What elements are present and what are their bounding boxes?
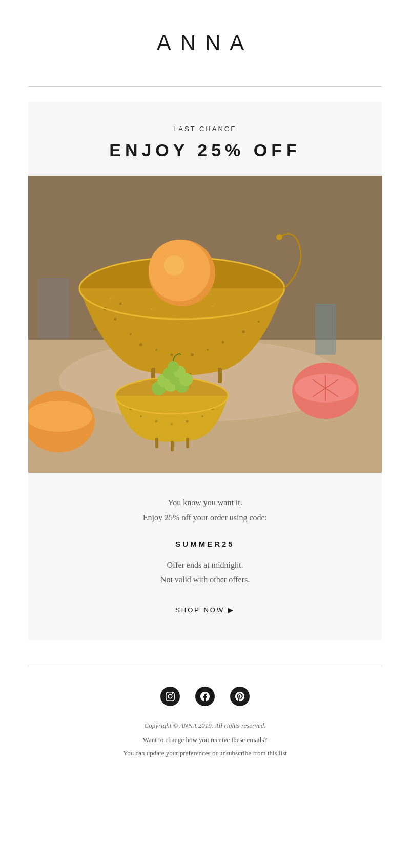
logo: ANNA <box>20 31 389 55</box>
header: ANNA <box>0 0 410 71</box>
svg-rect-36 <box>218 368 222 383</box>
update-preferences-link[interactable]: update your preferences <box>147 749 211 757</box>
svg-rect-55 <box>155 438 158 448</box>
promo-code-value: SUMMER25 <box>175 540 234 548</box>
offer-line2: Not valid with other offers. <box>59 573 351 587</box>
footer-links: You can update your preferences or unsub… <box>20 749 389 757</box>
footer-copyright: Copyright © ANNA 2019. All rights reserv… <box>20 722 389 730</box>
body-line1: You know you want it. <box>59 496 351 511</box>
svg-point-40 <box>155 420 158 423</box>
svg-point-20 <box>207 349 209 351</box>
svg-point-43 <box>201 415 203 417</box>
svg-point-33 <box>164 255 184 276</box>
svg-point-17 <box>155 349 157 351</box>
offer-text: Offer ends at midnight. Not valid with o… <box>28 558 382 588</box>
shop-now-button[interactable]: SHOP NOW ▶ <box>28 605 382 615</box>
main-card: LAST CHANCE ENJOY 25% OFF <box>28 102 382 640</box>
hero-image <box>28 176 382 473</box>
svg-point-12 <box>114 318 117 321</box>
svg-point-13 <box>93 328 96 331</box>
footer-links-connector: or <box>212 749 219 757</box>
svg-point-25 <box>109 298 111 300</box>
svg-point-41 <box>171 423 173 425</box>
svg-point-22 <box>242 330 245 333</box>
svg-point-58 <box>276 234 282 240</box>
svg-point-4 <box>28 401 92 432</box>
svg-point-28 <box>212 305 214 307</box>
svg-rect-59 <box>315 304 336 355</box>
svg-point-19 <box>191 353 194 356</box>
pinterest-icon[interactable] <box>230 687 250 706</box>
shop-now-link[interactable]: SHOP NOW ▶ <box>175 606 235 614</box>
body-text: You know you want it. Enjoy 25% off your… <box>28 473 382 531</box>
svg-rect-56 <box>171 441 174 451</box>
footer-links-prefix: You can <box>123 749 145 757</box>
svg-point-14 <box>130 333 132 335</box>
svg-point-23 <box>258 321 260 323</box>
svg-point-42 <box>186 420 189 423</box>
svg-rect-57 <box>186 438 189 448</box>
footer: Copyright © ANNA 2019. All rights reserv… <box>0 666 410 783</box>
badge-text: LAST CHANCE <box>28 102 382 140</box>
header-divider <box>28 86 382 87</box>
svg-point-15 <box>119 303 122 305</box>
offer-line1: Offer ends at midnight. <box>59 558 351 573</box>
email-wrapper: ANNA LAST CHANCE ENJOY 25% OFF <box>0 0 410 783</box>
svg-point-18 <box>171 354 173 356</box>
svg-rect-60 <box>38 278 69 340</box>
facebook-icon[interactable] <box>195 687 215 706</box>
promo-code: SUMMER25 <box>28 540 382 549</box>
svg-point-16 <box>139 343 142 346</box>
svg-point-21 <box>222 341 224 344</box>
unsubscribe-link[interactable]: unsubscribe from this list <box>219 749 287 757</box>
social-icons <box>20 687 389 706</box>
instagram-icon[interactable] <box>160 687 180 706</box>
svg-point-26 <box>150 308 152 310</box>
svg-point-39 <box>140 415 142 417</box>
body-line2: Enjoy 25% off your order using code: <box>59 511 351 525</box>
footer-manage-text: Want to change how you receive these ema… <box>20 736 389 744</box>
main-headline: ENJOY 25% OFF <box>28 140 382 160</box>
svg-point-54 <box>168 361 179 372</box>
